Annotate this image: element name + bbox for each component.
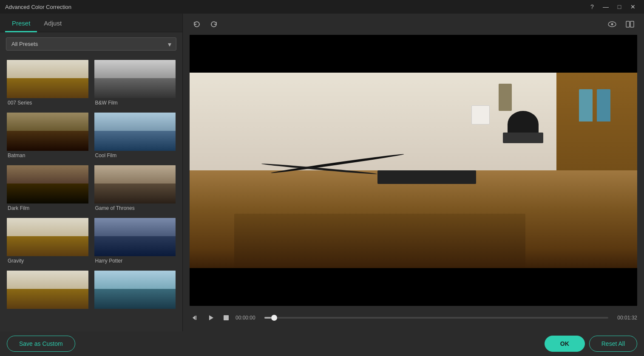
preset-item-cool-film[interactable]: Cool Film (94, 112, 177, 161)
preset-item-bw-film[interactable]: B&W Film (94, 59, 177, 108)
preset-label-row8a (7, 309, 88, 312)
progress-bar[interactable] (264, 317, 608, 319)
dropdown-row: All Presets Film Cinematic Vintage Custo… (0, 32, 182, 56)
window-title: Advanced Color Correction (5, 4, 71, 10)
preset-label-dark-film: Dark Film (7, 203, 88, 213)
preset-label-harry-potter: Harry Potter (94, 256, 176, 266)
save-custom-button[interactable]: Save as Custom (7, 336, 75, 352)
compare-button[interactable] (623, 18, 637, 31)
ok-button[interactable]: OK (545, 336, 585, 352)
video-container (190, 35, 637, 306)
skip-back-button[interactable] (190, 312, 201, 324)
left-panel: Preset Adjust All Presets Film Cinematic… (0, 14, 183, 331)
progress-fill (264, 317, 271, 319)
preset-label-bw-film: B&W Film (94, 98, 176, 107)
stop-button[interactable] (220, 312, 232, 324)
svg-marker-6 (209, 315, 213, 320)
preview-button[interactable] (605, 18, 619, 31)
tabs-row: Preset Adjust (0, 14, 182, 32)
close-button[interactable]: ✕ (627, 2, 639, 11)
reset-all-button[interactable]: Reset All (589, 336, 637, 352)
preset-item-harry-potter[interactable]: Harry Potter (94, 217, 177, 266)
preset-dropdown[interactable]: All Presets Film Cinematic Vintage Custo… (6, 37, 176, 51)
player-controls: 00:00:00 00:01:32 (190, 309, 637, 326)
preset-item-row8a[interactable] (6, 270, 89, 313)
preset-label-gravity: Gravity (7, 256, 88, 266)
tab-preset[interactable]: Preset (5, 14, 37, 32)
svg-rect-5 (196, 316, 196, 320)
preset-label-cool-film: Cool Film (94, 151, 176, 160)
redo-button[interactable] (207, 18, 221, 31)
preset-label-row8b (94, 309, 176, 312)
presets-grid: 007 Series B&W Film (0, 56, 182, 331)
tab-adjust[interactable]: Adjust (37, 14, 68, 32)
help-button[interactable]: ? (586, 2, 598, 11)
main-content: Preset Adjust All Presets Film Cinematic… (0, 14, 644, 331)
progress-handle[interactable] (271, 315, 277, 321)
preset-item-dark-film[interactable]: Dark Film (6, 164, 89, 214)
play-button[interactable] (205, 312, 217, 324)
minimize-button[interactable]: — (600, 2, 612, 11)
svg-point-1 (611, 23, 613, 25)
preset-item-game-of-thrones[interactable]: Game of Thrones (94, 164, 177, 214)
undo-button[interactable] (190, 18, 204, 31)
preset-item-007-series[interactable]: 007 Series (6, 59, 89, 108)
video-preview (190, 35, 637, 306)
preset-item-gravity[interactable]: Gravity (6, 217, 89, 266)
preset-label-batman: Batman (7, 151, 88, 160)
bottom-bar: Save as Custom OK Reset All (0, 331, 644, 356)
preset-item-batman[interactable]: Batman (6, 112, 89, 161)
svg-marker-4 (193, 316, 195, 320)
preset-item-row8b[interactable] (94, 270, 177, 313)
right-panel: 00:00:00 00:01:32 (183, 14, 644, 331)
title-bar: Advanced Color Correction ? — □ ✕ (0, 0, 644, 14)
preset-label-game-of-thrones: Game of Thrones (94, 203, 176, 213)
preset-label-007-series: 007 Series (7, 98, 88, 107)
svg-rect-7 (224, 315, 229, 320)
svg-rect-3 (630, 21, 634, 27)
maximize-button[interactable]: □ (613, 2, 625, 11)
total-time: 00:01:32 (612, 315, 637, 321)
svg-rect-2 (626, 21, 630, 27)
current-time: 00:00:00 (235, 315, 261, 321)
toolbar-row (190, 18, 637, 31)
